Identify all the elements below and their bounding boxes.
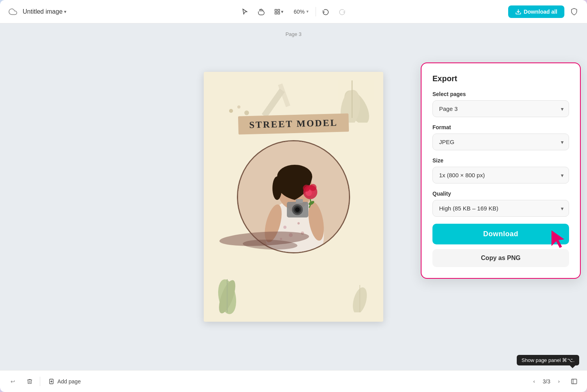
svg-rect-44 <box>571 379 576 384</box>
page-label: Page 3 <box>285 31 301 37</box>
format-dropdown[interactable]: JPEG PNG PDF SVG <box>432 134 569 150</box>
undo-button[interactable] <box>319 5 333 18</box>
design-title-text: STREET MODEL <box>249 118 338 130</box>
svg-point-32 <box>303 185 310 192</box>
svg-rect-0 <box>275 9 277 11</box>
document-title: Untitled image <box>23 8 62 15</box>
svg-rect-3 <box>278 12 280 14</box>
show-page-panel-tooltip: Show page panel ⌘⌥. <box>517 355 579 365</box>
layout-tool-button[interactable]: ▾ <box>271 5 286 18</box>
shield-button[interactable] <box>567 5 581 18</box>
quality-wrapper: High (85 KB – 169 KB) Medium (40 KB – 85… <box>432 200 569 217</box>
svg-rect-2 <box>275 12 277 14</box>
main-area: Page 3 STREET MODEL <box>0 23 587 370</box>
prev-page-button[interactable]: ‹ <box>529 376 540 387</box>
redo-button[interactable] <box>336 5 349 18</box>
add-page-label: Add page <box>57 378 81 385</box>
bottom-right: ‹ 3/3 › <box>529 375 581 388</box>
format-label: Format <box>432 124 569 130</box>
add-page-button[interactable]: Add page <box>45 376 85 387</box>
zoom-button[interactable]: 60% ▾ <box>290 7 312 16</box>
toolbar-center: ▾ 60% ▾ <box>238 5 349 18</box>
toolbar-divider <box>316 7 316 16</box>
cloud-save-button[interactable] <box>6 5 20 18</box>
quality-label: Quality <box>432 191 569 197</box>
street-model-banner: STREET MODEL <box>238 113 349 134</box>
export-title: Export <box>432 74 569 83</box>
leaf-bottom-left <box>208 273 247 318</box>
select-pages-label: Select pages <box>432 91 569 97</box>
bottom-bar: ↩ Add page ‹ 3/3 › <box>0 370 587 392</box>
download-all-label: Download all <box>524 9 557 15</box>
size-dropdown[interactable]: 1x (800 × 800 px) 2x (1600 × 1600 px) 0.… <box>432 167 569 184</box>
page-count: 3/3 <box>543 378 550 385</box>
export-panel: Export Select pages Page 3 Page 1 Page 2… <box>421 62 581 279</box>
hand-tool-button[interactable] <box>254 5 268 18</box>
svg-point-33 <box>310 184 317 191</box>
zoom-value: 60% <box>294 9 304 15</box>
toolbar-right: Download all <box>508 5 581 18</box>
format-wrapper: JPEG PNG PDF SVG ▾ <box>432 134 569 150</box>
svg-point-27 <box>295 207 300 212</box>
title-chevron-icon: ▾ <box>64 9 66 14</box>
leaf-bottom-right <box>344 281 375 314</box>
next-page-button[interactable]: › <box>553 376 564 387</box>
toolbar: Untitled image ▾ ▾ 60% ▾ <box>0 0 587 23</box>
select-pages-dropdown[interactable]: Page 3 Page 1 Page 2 All Pages <box>432 100 569 117</box>
bottom-left: ↩ Add page <box>6 375 85 388</box>
quality-dropdown[interactable]: High (85 KB – 169 KB) Medium (40 KB – 85… <box>432 200 569 217</box>
design-card: STREET MODEL <box>204 72 383 322</box>
bottom-divider <box>40 377 40 386</box>
svg-rect-1 <box>278 9 280 11</box>
svg-rect-28 <box>296 199 303 203</box>
svg-point-14 <box>297 222 300 225</box>
svg-marker-40 <box>551 230 564 248</box>
back-nav-button[interactable]: ↩ <box>6 375 20 388</box>
cursor-decoration <box>550 228 569 251</box>
title-section[interactable]: Untitled image ▾ <box>23 8 66 15</box>
svg-point-10 <box>244 110 249 115</box>
size-label: Size <box>432 157 569 164</box>
show-page-panel-button[interactable] <box>567 375 581 388</box>
size-wrapper: 1x (800 × 800 px) 2x (1600 × 1600 px) 0.… <box>432 167 569 184</box>
select-tool-button[interactable] <box>238 5 251 18</box>
delete-page-button[interactable] <box>24 376 35 387</box>
svg-point-9 <box>237 105 240 109</box>
svg-point-8 <box>229 109 233 113</box>
copy-png-button[interactable]: Copy as PNG <box>432 249 569 267</box>
svg-point-13 <box>283 226 286 229</box>
select-pages-wrapper: Page 3 Page 1 Page 2 All Pages ▾ <box>432 100 569 117</box>
download-all-button[interactable]: Download all <box>508 5 564 18</box>
download-button[interactable]: Download <box>432 224 569 244</box>
